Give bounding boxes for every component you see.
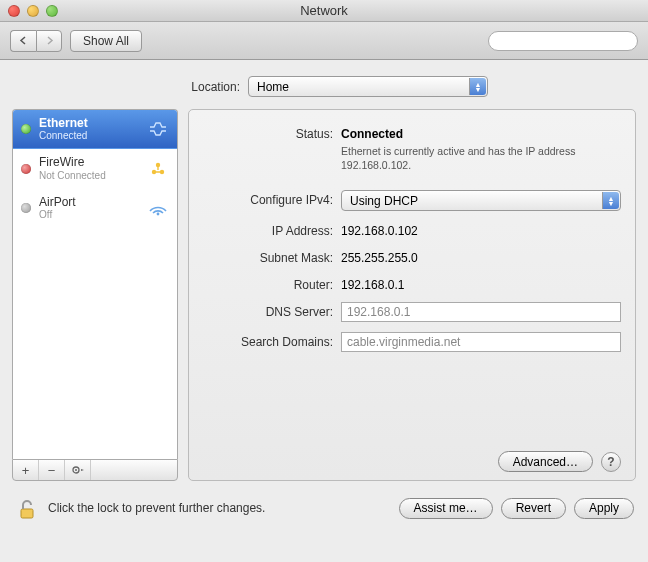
- show-all-button[interactable]: Show All: [70, 30, 142, 52]
- zoom-window-button[interactable]: [46, 5, 58, 17]
- nav-buttons: [10, 30, 62, 52]
- dns-server-label: DNS Server:: [203, 302, 333, 319]
- bottom-bar: Click the lock to prevent further change…: [0, 489, 648, 531]
- router-value: 192.168.0.1: [341, 275, 621, 292]
- status-dot-icon: [21, 164, 31, 174]
- remove-connection-button[interactable]: −: [39, 460, 65, 480]
- conn-status: Off: [39, 209, 139, 221]
- svg-point-5: [157, 213, 160, 216]
- location-popup[interactable]: Home ▲▼: [248, 76, 488, 97]
- status-description: Ethernet is currently active and has the…: [341, 145, 621, 172]
- conn-name: FireWire: [39, 155, 139, 169]
- subnet-mask-label: Subnet Mask:: [203, 248, 333, 265]
- ethernet-icon: [147, 118, 169, 140]
- configure-ipv4-label: Configure IPv4:: [203, 190, 333, 207]
- assist-me-button[interactable]: Assist me…: [399, 498, 493, 519]
- svg-point-7: [75, 469, 77, 471]
- search-input[interactable]: [495, 35, 633, 47]
- airport-icon: [147, 197, 169, 219]
- toolbar: Show All: [0, 22, 648, 60]
- subnet-mask-value: 255.255.255.0: [341, 248, 621, 265]
- back-button[interactable]: [10, 30, 36, 52]
- location-label: Location:: [160, 80, 240, 94]
- apply-button[interactable]: Apply: [574, 498, 634, 519]
- configure-ipv4-popup[interactable]: Using DHCP ▲▼: [341, 190, 621, 211]
- conn-status: Connected: [39, 130, 139, 142]
- sidebar-item-firewire[interactable]: FireWire Not Connected: [13, 149, 177, 188]
- minimize-window-button[interactable]: [27, 5, 39, 17]
- close-window-button[interactable]: [8, 5, 20, 17]
- conn-status: Not Connected: [39, 170, 139, 182]
- status-label: Status:: [203, 124, 333, 141]
- conn-name: Ethernet: [39, 116, 139, 130]
- ip-address-label: IP Address:: [203, 221, 333, 238]
- search-field[interactable]: [488, 31, 638, 51]
- svg-point-4: [160, 169, 164, 173]
- search-domains-input[interactable]: [341, 332, 621, 352]
- traffic-lights: [0, 5, 58, 17]
- connection-list: Ethernet Connected FireWire Not Connecte…: [12, 109, 178, 459]
- status-value: Connected: [341, 127, 621, 141]
- location-row: Location: Home ▲▼: [0, 60, 648, 109]
- svg-point-2: [156, 162, 160, 166]
- sidebar-item-airport[interactable]: AirPort Off: [13, 189, 177, 228]
- detail-panel: Status: Connected Ethernet is currently …: [188, 109, 636, 481]
- svg-rect-8: [21, 509, 33, 518]
- chevron-up-down-icon: ▲▼: [602, 192, 619, 209]
- router-label: Router:: [203, 275, 333, 292]
- status-dot-icon: [21, 124, 31, 134]
- search-domains-label: Search Domains:: [203, 332, 333, 349]
- chevron-up-down-icon: ▲▼: [469, 78, 486, 95]
- lock-text: Click the lock to prevent further change…: [48, 501, 391, 515]
- action-menu-button[interactable]: [65, 460, 91, 480]
- sidebar: Ethernet Connected FireWire Not Connecte…: [12, 109, 178, 481]
- gear-icon: [71, 464, 85, 476]
- firewire-icon: [147, 158, 169, 180]
- main-content: Ethernet Connected FireWire Not Connecte…: [0, 109, 648, 489]
- svg-point-3: [152, 169, 156, 173]
- conn-name: AirPort: [39, 195, 139, 209]
- status-dot-icon: [21, 203, 31, 213]
- lock-icon[interactable]: [14, 495, 40, 521]
- window-title: Network: [0, 3, 648, 18]
- sidebar-toolbar: + −: [12, 459, 178, 481]
- sidebar-item-ethernet[interactable]: Ethernet Connected: [13, 110, 177, 149]
- forward-button[interactable]: [36, 30, 62, 52]
- revert-button[interactable]: Revert: [501, 498, 566, 519]
- help-button[interactable]: ?: [601, 452, 621, 472]
- configure-ipv4-value: Using DHCP: [350, 194, 418, 208]
- advanced-button[interactable]: Advanced…: [498, 451, 593, 472]
- location-value: Home: [257, 80, 289, 94]
- ip-address-value: 192.168.0.102: [341, 221, 621, 238]
- titlebar: Network: [0, 0, 648, 22]
- add-connection-button[interactable]: +: [13, 460, 39, 480]
- dns-server-input[interactable]: [341, 302, 621, 322]
